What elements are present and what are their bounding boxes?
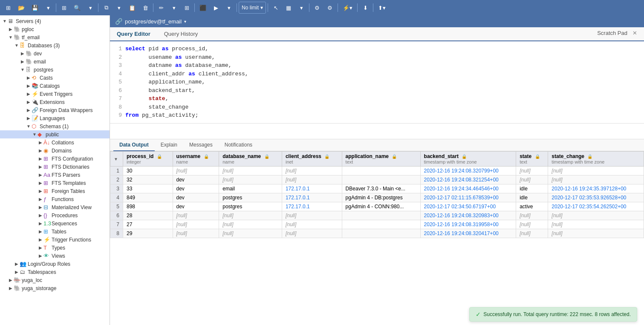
sidebar-item-fts-parsers[interactable]: ▶ Aa FTS Parsers [0,171,110,179]
col-header-state-change[interactable]: state_change 🔒 timestamp with time zone [548,152,644,167]
toolbar-macro2-btn[interactable]: ⚙ [324,2,336,14]
sidebar-item-types[interactable]: ▶ T Types [0,244,110,252]
arrow-foreign-tables: ▶ [38,189,43,193]
tab-query-history[interactable]: Query History [157,27,205,41]
toolbar-action-dropdown[interactable]: ⚡▾ [340,2,355,14]
toolbar-table-btn[interactable]: ⊞ [58,2,70,14]
toolbar-find-dropdown[interactable]: ▾ [84,2,96,14]
table-cell: 2020-12-17 02:35:53.926528+00 [548,193,644,202]
table-row[interactable]: 333devemail172.17.0.1DBeaver 7.3.0 - Mai… [110,184,644,193]
table-cell: pgAdmin 4 - CONN:980... [342,202,420,211]
col-header-state[interactable]: state 🔒 text [516,152,548,167]
table-row[interactable]: 727[null][null][null]2020-12-16 19:24:08… [110,220,644,229]
toolbar-find-btn[interactable]: 🔍 [71,2,84,14]
sidebar-item-domains[interactable]: ▶ ◉ Domains [0,147,110,155]
sidebar-item-fdw[interactable]: ▶ 🔗 Foreign Data Wrappers [0,106,110,114]
scratch-pad-close[interactable]: ✕ [632,30,637,36]
table-row[interactable]: 130[null][null][null]2020-12-16 19:24:08… [110,167,644,175]
connection-icon: 🔗 [115,18,122,25]
toolbar-edit-dropdown[interactable]: ▾ [168,2,180,14]
toolbar-cursor-btn[interactable]: ↖ [270,2,282,14]
sidebar-item-tables[interactable]: ▶ ⊞ Tables [0,227,110,236]
sidebar-item-casts[interactable]: ▶ ⟲ Casts [0,74,110,82]
table-row[interactable]: 829[null][null][null]2020-12-16 19:24:08… [110,229,644,238]
sidebar-item-tf-email[interactable]: ▼ 🐘 tf_email [0,33,110,41]
arrow-domains: ▶ [38,148,43,153]
toolbar-stop-btn[interactable]: ⬛ [196,2,209,14]
toolbar-download-btn[interactable]: ⬇ [359,2,371,14]
sidebar-item-functions[interactable]: ▶ ƒ Functions [0,195,110,203]
sidebar-item-views[interactable]: ▶ 👁 Views [0,252,110,260]
arrow-fdw: ▶ [26,108,32,112]
results-tab-explain[interactable]: Explain [155,139,183,151]
sidebar-item-yuga-sistorage[interactable]: ▶ 🐘 yuga_sistorage [0,284,110,292]
table-cell: 28 [123,211,173,220]
table-row[interactable]: 232dev[null][null]2020-12-16 19:24:08.32… [110,175,644,184]
sidebar-item-fts-config[interactable]: ▶ ⊞ FTS Configuration [0,155,110,163]
sidebar-item-languages[interactable]: ▶ 📝 Languages [0,114,110,122]
sidebar-item-pgloc[interactable]: ▶ 🐘 pgloc [0,25,110,33]
table-row[interactable]: 4849devpostgres172.17.0.1pgAdmin 4 - DB:… [110,193,644,202]
sidebar-item-foreign-tables[interactable]: ▶ ⊞ Foreign Tables [0,187,110,195]
sidebar-item-postgres[interactable]: ▼ 🗄 postgres [0,66,110,74]
toolbar-edit-btn[interactable]: ✏ [155,2,167,14]
sidebar-item-login-roles[interactable]: ▶ 👥 Login/Group Roles [0,260,110,268]
toolbar-run-btn[interactable]: ▶ [210,2,222,14]
sidebar-item-dev[interactable]: ▶ 🐘 dev [0,49,110,58]
sidebar-item-email[interactable]: ▶ 🐘 email [0,58,110,66]
sidebar-item-collations[interactable]: ▶ Ā↓ Collations [0,138,110,147]
sidebar-item-fts-dict[interactable]: ▶ ⊞ FTS Dictionaries [0,163,110,171]
connection-dropdown-arrow[interactable]: ▾ [184,19,186,24]
sidebar-item-fts-templates[interactable]: ▶ ⊞ FTS Templates [0,179,110,187]
toolbar-upload-btn[interactable]: ⬆▾ [375,2,389,14]
sidebar-item-event-triggers[interactable]: ▶ ⚡ Event Triggers [0,90,110,98]
col-header-process-id[interactable]: process_id 🔒 integer [123,152,173,167]
sidebar-item-schemas[interactable]: ▼ ⬡ Schemas (1) [0,122,110,130]
sidebar-item-catalogs[interactable]: ▶ 📚 Catalogs [0,82,110,90]
toolbar-grid-dropdown[interactable]: ▾ [295,2,307,14]
separator-8 [338,3,338,12]
col-header-username[interactable]: username 🔒 name [173,152,219,167]
no-limit-dropdown[interactable]: No limit ▾ [239,2,266,14]
toolbar-grid-btn[interactable]: ▦ [283,2,295,14]
col-header-application-name[interactable]: application_name 🔒 text [342,152,420,167]
sidebar-item-procedures[interactable]: ▶ {} Procedures [0,211,110,219]
sidebar-item-trigger-functions[interactable]: ▶ ⚡ Trigger Functions [0,236,110,244]
yuga-loc-icon: 🐘 [14,277,20,283]
sort-arrow[interactable]: ▼ [114,157,118,161]
sidebar-item-tablespaces[interactable]: ▶ 🗂 Tablespaces [0,268,110,276]
sidebar-item-public[interactable]: ▼ ◆ public [0,130,110,138]
separator-5 [237,3,237,12]
sidebar-item-mat-views[interactable]: ▶ ⊟ Materialized View [0,203,110,211]
table-row[interactable]: 5898devpostgres172.17.0.1pgAdmin 4 - CON… [110,202,644,211]
col-header-backend-start[interactable]: backend_start 🔒 timestamp with time zone [420,152,516,167]
col-header-database-name[interactable]: database_name 🔒 name [219,152,282,167]
toolbar-copy-dropdown[interactable]: ▾ [113,2,125,14]
table-row[interactable]: 628[null][null][null]2020-12-16 19:24:08… [110,211,644,220]
toolbar-macro1-btn[interactable]: ⚙ [311,2,323,14]
sidebar-item-yuga-loc[interactable]: ▶ 🐘 yuga_loc [0,276,110,284]
sidebar-item-databases[interactable]: ▼ 🗄 Databases (3) [0,41,110,49]
arrow-pgloc: ▶ [8,27,14,32]
sidebar-item-servers[interactable]: ▼ 🖥 Servers (4) [0,17,110,25]
results-tab-data-output[interactable]: Data Output [113,139,155,151]
toolbar-save-dropdown[interactable]: ▾ [42,2,54,14]
toolbar-save-btn[interactable]: 💾 [29,2,41,14]
col-header-client-address[interactable]: client_address 🔒 inet [282,152,342,167]
toolbar-copy-btn[interactable]: ⧉ [100,2,112,14]
toolbar-open-btn[interactable]: 📂 [15,2,28,14]
toolbar-run-dropdown[interactable]: ▾ [223,2,235,14]
query-line-8: 8 state_change [113,103,641,112]
toolbar-new-btn[interactable]: ⊞ [2,2,14,14]
separator-2 [98,3,98,12]
tab-query-editor[interactable]: Query Editor [110,27,157,41]
toolbar-paste-btn[interactable]: 📋 [126,2,139,14]
sidebar-item-extensions[interactable]: ▶ 🔌 Extensions [0,98,110,106]
toolbar-delete-btn[interactable]: 🗑 [139,2,151,14]
results-tab-notifications[interactable]: Notifications [219,139,258,151]
table-cell: 6 [110,211,123,220]
toolbar-filter-btn[interactable]: ⊞ [181,2,193,14]
results-tab-messages[interactable]: Messages [183,139,219,151]
sidebar-item-sequences[interactable]: ▶ 1.3 Sequences [0,219,110,227]
query-editor[interactable]: 1 select pid as process_id, 2 usename as… [110,41,644,124]
